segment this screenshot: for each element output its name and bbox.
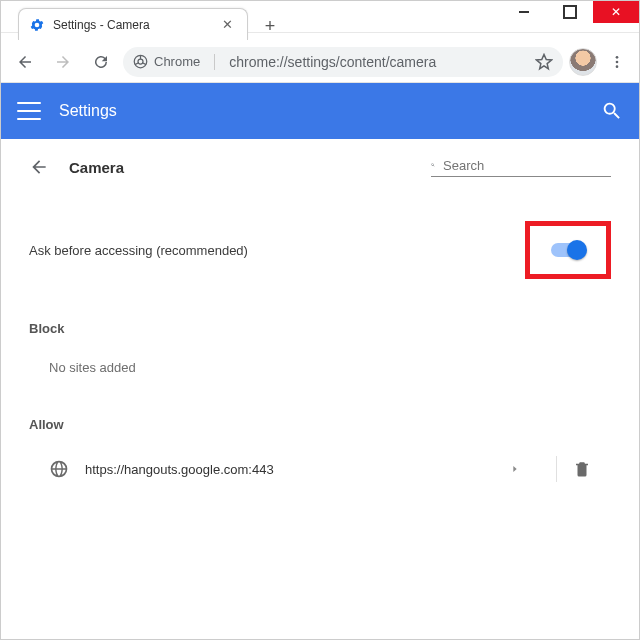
svg-point-5 <box>616 56 619 59</box>
divider <box>556 456 557 482</box>
settings-page: Camera Ask before accessing (recommended… <box>1 139 639 500</box>
tab-title: Settings - Camera <box>53 18 211 32</box>
omnibox-divider <box>214 54 215 70</box>
menu-icon[interactable] <box>17 102 41 120</box>
gear-icon <box>29 17 45 33</box>
browser-tab[interactable]: Settings - Camera ✕ <box>18 8 248 40</box>
tab-strip: Settings - Camera ✕ + <box>18 8 284 40</box>
omnibox-url: chrome://settings/content/camera <box>229 54 436 70</box>
tab-close-button[interactable]: ✕ <box>219 17 235 33</box>
block-heading: Block <box>29 321 611 336</box>
window-maximize-button[interactable] <box>547 1 593 23</box>
app-header-title: Settings <box>59 102 117 120</box>
profile-avatar[interactable] <box>569 48 597 76</box>
toggle-knob <box>567 240 587 260</box>
chrome-badge: Chrome <box>133 54 200 69</box>
search-icon <box>431 157 435 173</box>
new-tab-button[interactable]: + <box>256 12 284 40</box>
page-title: Camera <box>69 159 124 176</box>
delete-site-button[interactable] <box>573 460 611 478</box>
ask-before-accessing-row: Ask before accessing (recommended) <box>29 221 611 279</box>
svg-line-3 <box>135 63 139 65</box>
svg-point-7 <box>616 65 619 68</box>
allow-site-row: https://hangouts.google.com:443 <box>49 456 611 482</box>
omnibox[interactable]: Chrome chrome://settings/content/camera <box>123 47 563 77</box>
ask-before-accessing-label: Ask before accessing (recommended) <box>29 243 248 258</box>
bookmark-star-icon[interactable] <box>535 53 553 71</box>
page-back-button[interactable] <box>29 157 49 177</box>
page-search[interactable] <box>431 157 611 177</box>
svg-point-6 <box>616 60 619 63</box>
browser-toolbar: Chrome chrome://settings/content/camera <box>1 41 639 83</box>
block-empty-text: No sites added <box>49 360 611 375</box>
allow-site-url: https://hangouts.google.com:443 <box>85 462 494 477</box>
header-search-button[interactable] <box>601 100 623 122</box>
back-button[interactable] <box>9 46 41 78</box>
page-head: Camera <box>29 157 611 177</box>
ask-before-accessing-toggle[interactable] <box>551 243 585 257</box>
chrome-icon <box>133 54 148 69</box>
window-close-button[interactable] <box>593 1 639 23</box>
app-header: Settings <box>1 83 639 139</box>
allow-heading: Allow <box>29 417 611 432</box>
svg-line-4 <box>142 63 146 65</box>
highlight-box <box>525 221 611 279</box>
forward-button[interactable] <box>47 46 79 78</box>
browser-menu-button[interactable] <box>603 54 631 70</box>
omnibox-chrome-label: Chrome <box>154 54 200 69</box>
page-search-input[interactable] <box>443 158 611 173</box>
reload-button[interactable] <box>85 46 117 78</box>
site-details-button[interactable] <box>510 464 520 474</box>
globe-icon <box>49 459 69 479</box>
window-minimize-button[interactable] <box>501 1 547 23</box>
